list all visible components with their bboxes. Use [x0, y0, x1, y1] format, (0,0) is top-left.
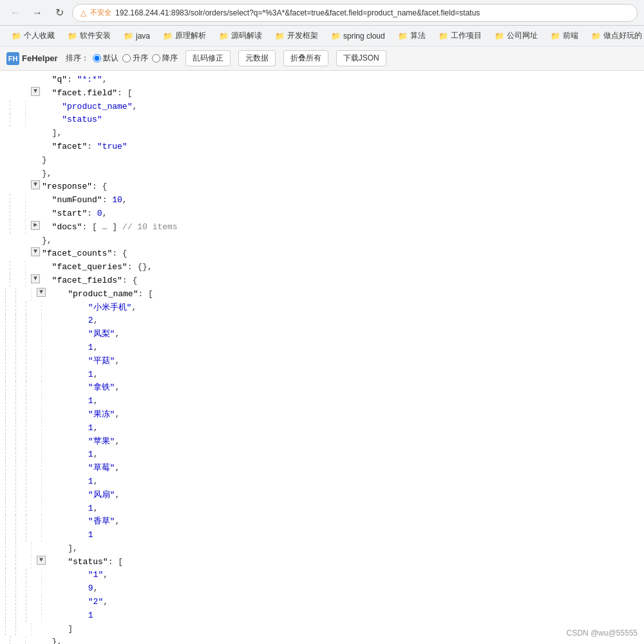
json-punct [42, 195, 52, 205]
json-punct: , [93, 504, 99, 513]
sort-default-radio[interactable] [93, 54, 101, 62]
raw-data-button[interactable]: 元数据 [238, 50, 276, 66]
json-line-content: "response": { [42, 180, 107, 194]
json-line: "凤梨", [0, 328, 644, 341]
json-line: 1, [0, 448, 644, 462]
json-line: ▼ "facet.field": [ [0, 87, 644, 100]
navigation-bar: ← → ↻ △ 不安全 192.168.244.41:8983/solr/ord… [0, 0, 644, 26]
fix-encoding-button[interactable]: 乱码修正 [185, 50, 231, 66]
json-punct: , [93, 316, 99, 325]
json-line: 1, [0, 341, 644, 355]
json-line: ▼"response": { [0, 180, 644, 194]
json-line-content: 1, [58, 395, 98, 408]
json-line: ▼ "facet_fields": { [0, 274, 644, 288]
reload-button[interactable]: ↻ [50, 4, 68, 22]
json-toggle-button[interactable]: ▼ [31, 180, 40, 189]
line-gutter [5, 341, 42, 354]
json-line-content: "苹果", [58, 435, 120, 449]
json-punct [58, 516, 88, 526]
bookmark-java[interactable]: 📁 java [118, 30, 155, 42]
json-punct: , [115, 410, 120, 419]
folder-icon: 📁 [163, 32, 173, 41]
json-line: "facet": "true" [0, 140, 644, 154]
sort-desc-label[interactable]: 降序 [152, 53, 178, 64]
json-punct: , [131, 303, 137, 312]
json-number: 1 [88, 477, 93, 486]
json-punct [48, 557, 68, 567]
json-key: "start" [52, 209, 88, 218]
bookmark-springcloud[interactable]: 📁 spring cloud [326, 30, 390, 42]
json-string: "香草" [88, 516, 115, 526]
download-json-button[interactable]: 下载JSON [336, 50, 386, 66]
line-gutter [5, 609, 42, 622]
json-number: 1 [88, 396, 93, 406]
json-toggle-button[interactable]: ▼ [31, 247, 40, 256]
json-punct [42, 209, 52, 218]
json-line: "苹果", [0, 435, 644, 449]
json-key: "facet" [52, 142, 88, 151]
json-line: "product_name", [0, 100, 644, 114]
bookmark-source[interactable]: 📁 源码解读 [214, 29, 267, 43]
address-bar[interactable]: △ 不安全 192.168.244.41:8983/solr/orders/se… [72, 4, 638, 22]
json-line: ▼ "status": [ [0, 556, 644, 569]
json-punct: }, [42, 169, 52, 178]
json-punct: , [93, 423, 99, 433]
json-punct [58, 450, 88, 459]
json-line-content: ] [48, 623, 73, 636]
folder-icon: 📁 [219, 32, 229, 41]
json-punct: }, [42, 236, 52, 245]
json-line-content: "果冻", [58, 408, 120, 422]
line-gutter [5, 381, 42, 394]
sort-label: 排序： [66, 53, 89, 64]
json-punct: : { [92, 182, 107, 191]
bookmark-label: 开发框架 [287, 30, 318, 41]
json-line-content: "facet_fields": { [42, 274, 137, 288]
json-string: "苹果" [88, 437, 115, 446]
json-line-content: 1, [58, 448, 98, 462]
json-punct: : [ … ] [82, 222, 122, 232]
fehelper-logo: FH FeHelper [6, 52, 58, 65]
bookmark-devframework[interactable]: 📁 开发框架 [270, 29, 323, 43]
json-line-content: "product_name": [ [48, 288, 153, 301]
bookmark-work[interactable]: 📁 工作项目 [433, 29, 487, 43]
bookmark-label: 个人收藏 [24, 30, 55, 41]
json-key: "facet_queries" [52, 262, 128, 272]
json-punct [58, 504, 88, 513]
json-key: "product_name" [68, 289, 138, 299]
json-string: "凤梨" [88, 329, 115, 339]
json-punct: }, [42, 637, 62, 644]
line-gutter [5, 261, 26, 274]
json-line: "风扇", [0, 489, 644, 502]
line-gutter [5, 462, 42, 475]
json-toggle-button[interactable]: ▼ [37, 556, 46, 565]
bookmark-algorithm[interactable]: 📁 算法 [393, 29, 431, 43]
json-toggle-button[interactable]: ▼ [31, 274, 40, 283]
bookmark-frontend[interactable]: 📁 前端 [545, 29, 583, 43]
json-punct [42, 142, 52, 151]
sort-desc-radio[interactable] [152, 54, 160, 62]
json-toggle-button[interactable]: ▼ [37, 288, 46, 297]
sort-default-label[interactable]: 默认 [93, 53, 118, 64]
bookmark-software[interactable]: 📁 软件安装 [62, 29, 116, 43]
json-toggle-button[interactable]: ▼ [31, 87, 40, 96]
json-line-content: "草莓", [58, 462, 120, 475]
sort-asc-label[interactable]: 升序 [122, 53, 148, 64]
bookmark-fun[interactable]: 📁 做点好玩的 [586, 29, 644, 43]
fold-all-button[interactable]: 折叠所有 [283, 50, 328, 66]
json-punct [42, 115, 62, 124]
back-button[interactable]: ← [6, 4, 24, 22]
line-gutter [5, 368, 42, 381]
json-number: 1 [88, 343, 93, 352]
json-content-area[interactable]: "q": "*:*",▼ "facet.field": [ "product_n… [0, 71, 644, 644]
json-punct: : { [112, 249, 127, 258]
json-line: 1, [0, 395, 644, 408]
json-line: 1 [0, 609, 644, 623]
json-punct [42, 75, 52, 84]
bookmark-company[interactable]: 📁 公司网址 [489, 29, 543, 43]
bookmark-personal[interactable]: 📁 个人收藏 [6, 29, 60, 43]
sort-asc-radio[interactable] [122, 54, 131, 62]
json-toggle-button[interactable]: ► [31, 221, 40, 230]
json-punct [58, 597, 88, 607]
bookmark-principle[interactable]: 📁 原理解析 [158, 29, 211, 43]
forward-button[interactable]: → [28, 4, 46, 22]
